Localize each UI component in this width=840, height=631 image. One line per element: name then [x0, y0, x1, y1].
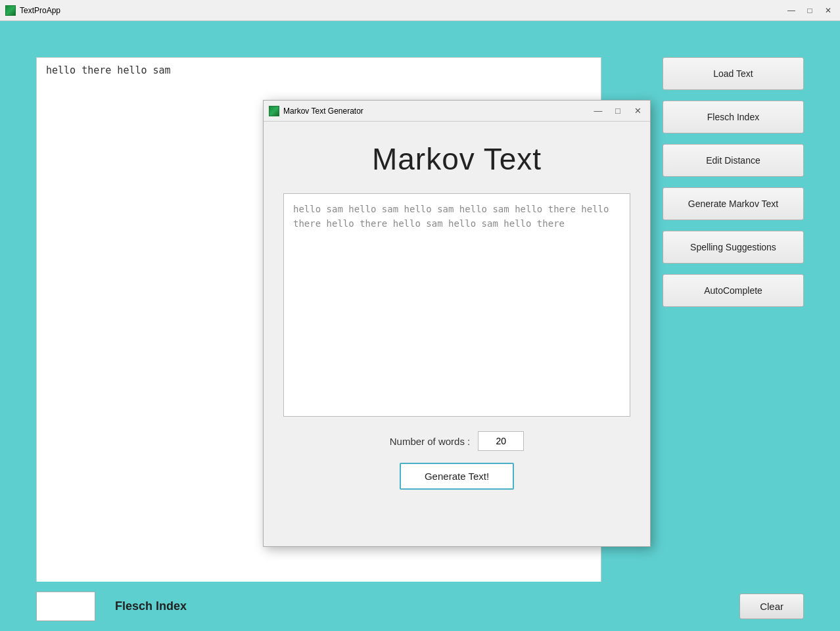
generate-markov-button[interactable]: Generate Markov Text [663, 187, 804, 220]
app-title: TextProApp [20, 6, 785, 15]
flesch-index-button[interactable]: Flesch Index [663, 101, 804, 133]
main-area: hello there hello sam Load Text Flesch I… [0, 21, 840, 631]
close-button[interactable]: ✕ [822, 4, 835, 17]
title-bar-controls: — □ ✕ [785, 4, 835, 17]
modal-body: Markov Text hello sam hello sam hello sa… [264, 122, 650, 546]
modal-titlebar-controls: — □ ✕ [591, 104, 645, 118]
app-icon [5, 5, 16, 16]
maximize-button[interactable]: □ [803, 4, 816, 17]
load-text-button[interactable]: Load Text [663, 57, 804, 90]
modal-maximize-button[interactable]: □ [611, 104, 625, 118]
right-panel: Load Text Flesch Index Edit Distance Gen… [663, 57, 804, 317]
spelling-suggestions-button[interactable]: Spelling Suggestions [663, 231, 804, 264]
modal-close-button[interactable]: ✕ [630, 104, 645, 118]
title-bar: TextProApp — □ ✕ [0, 0, 840, 21]
minimize-button[interactable]: — [785, 4, 798, 17]
flesch-index-label: Flesch Index [115, 599, 187, 613]
edit-distance-button[interactable]: Edit Distance [663, 144, 804, 177]
autocomplete-button[interactable]: AutoComplete [663, 274, 804, 307]
bottom-bar: Flesch Index Clear [0, 582, 840, 631]
flesch-value-box [36, 592, 95, 621]
modal-minimize-button[interactable]: — [591, 104, 605, 118]
modal-app-icon [269, 106, 279, 116]
words-input[interactable] [478, 431, 524, 451]
words-label: Number of words : [390, 436, 471, 447]
modal-titlebar: Markov Text Generator — □ ✕ [264, 101, 650, 122]
generate-text-button[interactable]: Generate Text! [400, 463, 514, 490]
modal-title: Markov Text Generator [283, 106, 591, 116]
modal-generated-text[interactable]: hello sam hello sam hello sam hello sam … [283, 193, 630, 417]
markov-modal: Markov Text Generator — □ ✕ Markov Text … [263, 100, 651, 547]
clear-button[interactable]: Clear [739, 594, 804, 619]
modal-heading: Markov Text [372, 141, 542, 177]
words-row: Number of words : [390, 431, 525, 451]
